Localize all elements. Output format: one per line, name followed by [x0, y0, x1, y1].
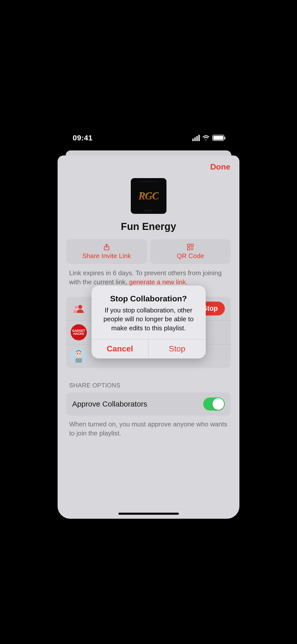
alert-overlay: Stop Collaboration? If you stop collabor… — [58, 125, 239, 519]
alert-message: If you stop collaboration, other people … — [98, 306, 199, 332]
alert-title: Stop Collaboration? — [98, 294, 199, 303]
alert-stop-button[interactable]: Stop — [148, 339, 206, 358]
stop-collaboration-alert: Stop Collaboration? If you stop collabor… — [92, 286, 206, 358]
alert-cancel-button[interactable]: Cancel — [92, 339, 149, 358]
